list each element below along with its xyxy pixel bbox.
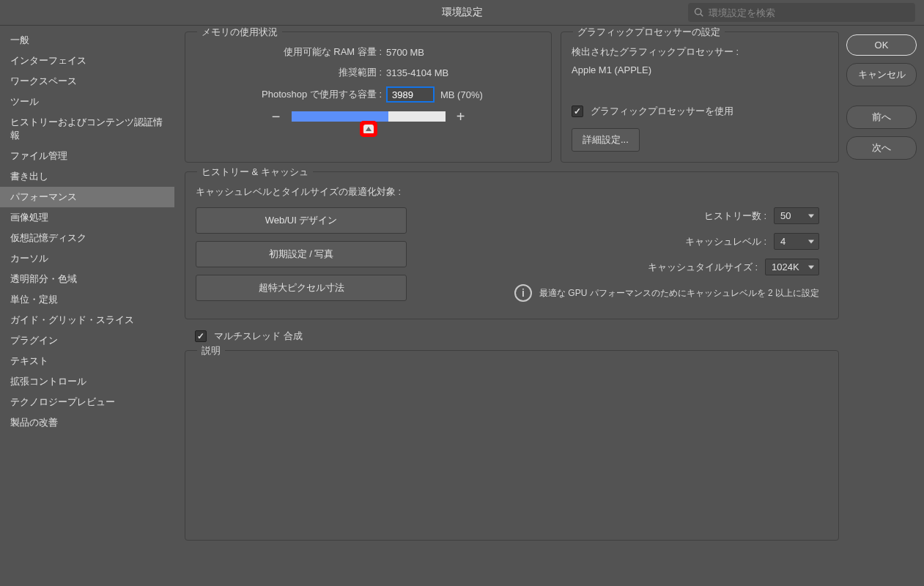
multithread-checkbox[interactable] — [195, 330, 207, 342]
sidebar-item[interactable]: 画像処理 — [0, 207, 174, 228]
use-ram-input[interactable] — [386, 86, 435, 103]
sidebar-item[interactable]: プラグイン — [0, 330, 174, 351]
use-ram-label: Photoshop で使用する容量 : — [196, 88, 386, 101]
ok-button[interactable]: OK — [846, 34, 917, 56]
multithread-label: マルチスレッド 合成 — [214, 330, 303, 343]
cache-preset-button[interactable]: 初期設定 / 写真 — [196, 241, 407, 267]
history-legend: ヒストリー & キャッシュ — [197, 166, 313, 179]
gpu-info-text: 最適な GPU パフォーマンスのためにキャッシュレベルを 2 以上に設定 — [539, 287, 819, 300]
cancel-button[interactable]: キャンセル — [846, 63, 917, 86]
info-icon: i — [514, 284, 532, 302]
gpu-detected-label: 検出されたグラフィックプロセッサー : — [572, 45, 828, 59]
optimize-label: キャッシュレベルとタイルサイズの最適化対象 : — [196, 185, 407, 199]
sidebar-item[interactable]: 書き出し — [0, 166, 174, 187]
sidebar-item[interactable]: テキスト — [0, 351, 174, 371]
sidebar-item[interactable]: テクノロジープレビュー — [0, 392, 174, 412]
sidebar-item[interactable]: ガイド・グリッド・スライス — [0, 310, 174, 330]
gpu-advanced-button[interactable]: 詳細設定... — [572, 128, 640, 152]
sidebar-item[interactable]: 透明部分・色域 — [0, 269, 174, 289]
description-panel: 説明 — [185, 350, 839, 541]
cache-preset-button[interactable]: Web/UI デザイン — [196, 207, 407, 234]
memory-decrease-button[interactable]: − — [270, 110, 283, 123]
history-states-label: ヒストリー数 : — [704, 209, 766, 223]
sidebar-item[interactable]: 単位・定規 — [0, 289, 174, 310]
description-legend: 説明 — [197, 344, 225, 357]
search-field[interactable] — [688, 3, 915, 22]
available-ram-value: 5700 MB — [386, 47, 424, 58]
use-gpu-label: グラフィックプロセッサーを使用 — [591, 105, 733, 118]
window-title: 環境設定 — [442, 6, 483, 19]
sidebar-item[interactable]: 製品の改善 — [0, 412, 174, 433]
cache-levels-select[interactable]: 4 — [774, 233, 819, 250]
memory-increase-button[interactable]: + — [454, 110, 467, 123]
search-icon — [694, 7, 704, 18]
dialog-buttons: OK キャンセル 前へ 次へ — [846, 31, 917, 580]
history-states-select[interactable]: 50 — [774, 207, 819, 224]
available-ram-label: 使用可能な RAM 容量 : — [196, 45, 386, 59]
memory-slider[interactable] — [292, 111, 446, 122]
sidebar-item[interactable]: 拡張コントロール — [0, 371, 174, 392]
sidebar-item[interactable]: パフォーマンス — [0, 187, 174, 207]
titlebar: 環境設定 — [0, 0, 924, 25]
cache-preset-button[interactable]: 超特大ピクセル寸法 — [196, 275, 407, 301]
memory-slider-handle[interactable] — [360, 121, 377, 137]
ideal-range-label: 推奨範囲 : — [196, 66, 386, 79]
gpu-detected-value: Apple M1 (APPLE) — [572, 64, 828, 75]
sidebar-item[interactable]: インターフェイス — [0, 51, 174, 71]
sidebar-item[interactable]: 一般 — [0, 30, 174, 51]
history-cache-panel: ヒストリー & キャッシュ キャッシュレベルとタイルサイズの最適化対象 : We… — [185, 171, 839, 319]
use-ram-suffix: MB (70%) — [440, 89, 483, 100]
cache-tile-label: キャッシュタイルサイズ : — [648, 261, 758, 274]
sidebar-item[interactable]: 仮想記憶ディスク — [0, 228, 174, 248]
ideal-range-value: 3135-4104 MB — [386, 67, 448, 78]
sidebar: 一般インターフェイスワークスペースツールヒストリーおよびコンテンツ認証情報ファイ… — [0, 26, 174, 586]
use-gpu-checkbox[interactable] — [572, 105, 583, 117]
memory-legend: メモリの使用状況 — [197, 26, 282, 39]
sidebar-item[interactable]: カーソル — [0, 248, 174, 269]
memory-usage-panel: メモリの使用状況 使用可能な RAM 容量 : 5700 MB 推奨範囲 : 3… — [185, 31, 552, 163]
cache-levels-label: キャッシュレベル : — [685, 235, 766, 248]
gpu-settings-panel: グラフィックプロセッサーの設定 検出されたグラフィックプロセッサー : Appl… — [561, 31, 839, 163]
sidebar-item[interactable]: ヒストリーおよびコンテンツ認証情報 — [0, 112, 174, 146]
search-input[interactable] — [709, 7, 909, 18]
sidebar-item[interactable]: ツール — [0, 92, 174, 112]
next-button[interactable]: 次へ — [846, 136, 917, 160]
sidebar-item[interactable]: ワークスペース — [0, 71, 174, 92]
slider-handle-icon — [363, 125, 374, 133]
memory-slider-fill — [292, 111, 388, 122]
prev-button[interactable]: 前へ — [846, 105, 917, 129]
gpu-legend: グラフィックプロセッサーの設定 — [573, 26, 725, 39]
cache-tile-select[interactable]: 1024K — [765, 259, 819, 275]
sidebar-item[interactable]: ファイル管理 — [0, 146, 174, 166]
